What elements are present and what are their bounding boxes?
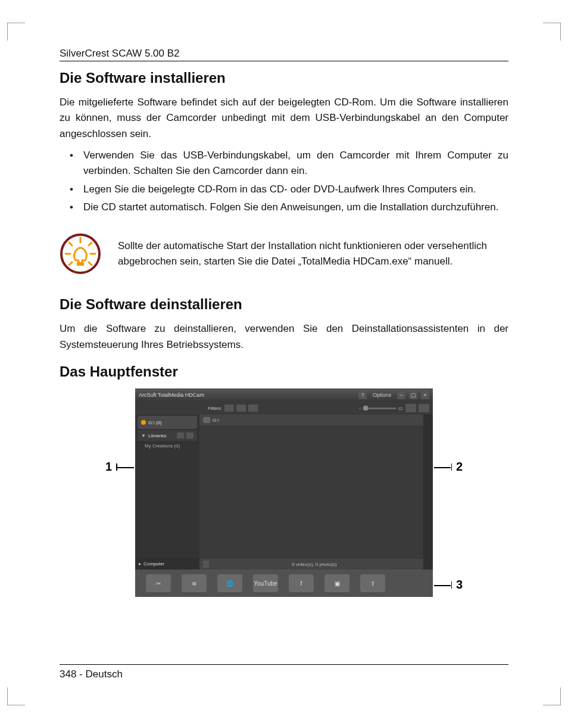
chevron-right-icon: ▸ <box>139 561 141 567</box>
callout-cap <box>116 463 117 471</box>
window-title: ArcSoft TotalMedia HDCam <box>139 392 355 398</box>
document-header: SilverCrest SCAW 5.00 B2 <box>60 48 508 60</box>
callout-line <box>434 585 451 586</box>
window-titlebar: ArcSoft TotalMedia HDCam ? Options – ▢ × <box>135 388 433 402</box>
bottom-globe-icon[interactable]: 🌐 <box>217 574 242 592</box>
bottom-bar: ✂ ≋ 🌐 YouTube f ▣ ⇪ <box>135 570 433 597</box>
lightbulb-icon <box>60 233 101 275</box>
callout-2: 2 <box>456 460 463 474</box>
tip-block: Sollte der automatische Start der Instal… <box>60 233 508 275</box>
bullet-text: Legen Sie die beigelegte CD-Rom in das C… <box>83 182 508 197</box>
size-small-icon: ▫ <box>359 406 361 411</box>
trash-icon[interactable] <box>203 561 209 568</box>
zoom-slider[interactable] <box>363 407 396 409</box>
uninstall-paragraph: Um die Software zu deinstallieren, verwe… <box>60 321 508 353</box>
callout-line <box>434 467 451 468</box>
sidebar-computer[interactable]: ▸ Computer <box>135 558 199 570</box>
path-bar: G:\ <box>199 415 423 425</box>
bottom-tv-icon[interactable]: ▣ <box>324 574 349 592</box>
filter-chip[interactable] <box>236 405 246 412</box>
help-icon[interactable]: ? <box>358 391 367 399</box>
status-text: 0 video(s), 0 photo(s) <box>292 562 337 567</box>
bullet-text: Verwenden Sie das USB-Verbindungskabel, … <box>83 148 508 179</box>
svg-line-2 <box>89 242 92 245</box>
close-icon[interactable]: × <box>421 391 429 399</box>
screenshot-figure: 1 2 3 ArcSoft TotalMedia HDCam ? Options… <box>105 388 463 606</box>
libraries-label: Libraries <box>148 433 174 438</box>
sidebar-device[interactable]: G:\ (0) <box>138 416 197 429</box>
device-label: G:\ (0) <box>148 420 162 425</box>
options-button[interactable]: Options <box>370 392 394 398</box>
chevron-down-icon: ▼ <box>141 433 146 438</box>
bottom-upload-icon[interactable]: ⇪ <box>360 574 385 592</box>
page-number: 348 - Deutsch <box>60 668 508 680</box>
tip-text: Sollte der automatische Start der Instal… <box>118 238 508 270</box>
bottom-merge-icon[interactable]: ≋ <box>182 574 207 592</box>
list-item: •Die CD startet automatisch. Folgen Sie … <box>60 200 508 215</box>
device-dot-icon <box>141 420 146 425</box>
filter-chip[interactable] <box>248 405 258 412</box>
video-icon <box>186 433 194 438</box>
callout-1: 1 <box>105 460 112 474</box>
callout-line <box>117 467 134 468</box>
list-item: •Legen Sie die beigelegte CD-Rom in das … <box>60 182 508 197</box>
list-item: •Verwenden Sie das USB-Verbindungskabel,… <box>60 148 508 179</box>
callout-3: 3 <box>456 578 463 592</box>
folder-icon <box>203 417 210 423</box>
computer-label: Computer <box>143 561 164 567</box>
install-paragraph: Die mitgelieferte Software befindet sich… <box>60 95 508 142</box>
heading-install: Die Software installieren <box>60 70 508 86</box>
callout-cap <box>451 463 452 471</box>
sidebar-libraries[interactable]: ▼ Libraries <box>138 430 197 441</box>
bottom-youtube-icon[interactable]: YouTube <box>253 574 278 592</box>
filter-chip[interactable] <box>224 405 234 412</box>
filters-label: Filters: <box>208 406 222 411</box>
bullet-text: Die CD startet automatisch. Folgen Sie d… <box>83 200 508 215</box>
right-panel-handle[interactable] <box>423 415 433 570</box>
bottom-facebook-icon[interactable]: f <box>289 574 314 592</box>
minimize-icon[interactable]: – <box>397 391 405 399</box>
window-toolbar: Filters: ▫ ▭ <box>135 402 433 415</box>
maximize-icon[interactable]: ▢ <box>409 391 417 399</box>
view-grid-button[interactable] <box>405 404 416 412</box>
install-bullet-list: •Verwenden Sie das USB-Verbindungskabel,… <box>60 148 508 215</box>
callout-cap <box>451 581 452 589</box>
size-large-icon: ▭ <box>398 406 403 411</box>
heading-uninstall: Die Software deinstallieren <box>60 296 508 313</box>
sidebar-sub-item[interactable]: My Creations (0) <box>135 442 199 449</box>
bottom-scissors-icon[interactable]: ✂ <box>146 574 171 592</box>
header-rule <box>60 61 508 61</box>
svg-line-3 <box>69 242 72 245</box>
path-text: G:\ <box>213 418 219 423</box>
footer-rule <box>60 664 508 665</box>
content-area[interactable] <box>199 425 423 559</box>
page-footer: 348 - Deutsch <box>60 664 508 680</box>
view-list-button[interactable] <box>419 404 429 412</box>
heading-mainwindow: Das Hauptfenster <box>60 363 508 380</box>
svg-line-6 <box>89 262 92 265</box>
main-panel: G:\ 0 video(s), 0 photo(s) <box>199 415 423 570</box>
sidebar: G:\ (0) ▼ Libraries My Creations (0) ▸ C… <box>135 415 199 570</box>
app-window: ArcSoft TotalMedia HDCam ? Options – ▢ ×… <box>135 388 433 597</box>
picture-icon <box>177 433 184 438</box>
svg-line-7 <box>69 262 72 265</box>
status-bar: 0 video(s), 0 photo(s) <box>199 559 423 570</box>
